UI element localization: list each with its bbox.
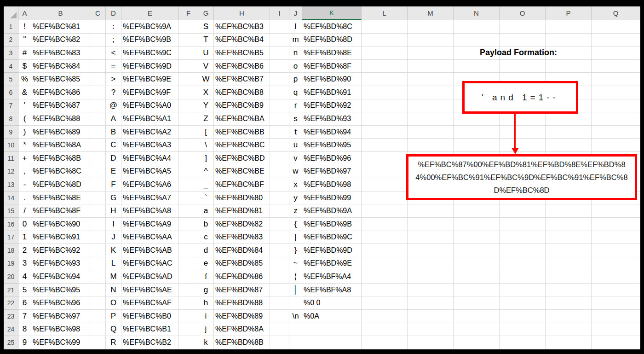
cell-B17[interactable]: %EF%BC%91 (31, 231, 90, 244)
cell-C2[interactable] (90, 34, 106, 47)
cell-H24[interactable]: %EF%BD%8A (214, 323, 270, 337)
cell-H3[interactable]: %EF%BC%B5 (214, 46, 270, 60)
cell-P23[interactable] (546, 310, 592, 323)
cell-L8[interactable] (362, 112, 408, 126)
cell-I7[interactable] (270, 99, 289, 113)
cell-P9[interactable] (546, 126, 592, 139)
cell-F18[interactable] (179, 244, 198, 257)
cell-E1[interactable]: %EF%BC%9A (121, 20, 179, 34)
cell-B25[interactable]: %EF%BC%99 (31, 336, 90, 349)
cell-B24[interactable]: %EF%BC%98 (31, 323, 90, 337)
cell-O9[interactable] (500, 126, 546, 139)
cell-D14[interactable]: G (106, 192, 121, 205)
cell-D13[interactable]: F (106, 178, 121, 192)
cell-J25[interactable] (289, 336, 302, 349)
cell-C16[interactable] (90, 218, 106, 231)
cell-I6[interactable] (270, 86, 289, 99)
cell-F2[interactable] (179, 34, 198, 47)
cell-I1[interactable] (270, 20, 289, 34)
cell-H13[interactable]: %EF%BC%BF (214, 178, 270, 192)
cell-M5[interactable] (408, 73, 454, 86)
cell-M25[interactable] (408, 336, 454, 349)
cell-M21[interactable] (408, 284, 454, 297)
cell-F21[interactable] (179, 284, 198, 297)
cell-A23[interactable]: 7 (18, 310, 31, 323)
cell-P8[interactable] (546, 112, 592, 126)
cell-P24[interactable] (546, 323, 592, 337)
cell-K17[interactable]: %EF%BD%9C (302, 231, 362, 244)
cell-E4[interactable]: %EF%BC%9D (121, 60, 179, 73)
cell-I5[interactable] (270, 73, 289, 86)
cell-A25[interactable]: 9 (18, 336, 31, 349)
cell-H17[interactable]: %EF%BD%83 (214, 231, 270, 244)
cell-H14[interactable]: %EF%BD%80 (214, 192, 270, 205)
cell-O4[interactable] (500, 60, 546, 73)
cell-E2[interactable]: %EF%BC%9B (121, 34, 179, 47)
cell-M8[interactable] (408, 112, 454, 126)
cell-G17[interactable]: c (198, 231, 214, 244)
cell-L21[interactable] (362, 284, 408, 297)
cell-H12[interactable]: %EF%BC%BE (214, 165, 270, 179)
cell-G7[interactable]: Y (198, 99, 214, 113)
cell-Q8[interactable] (592, 112, 640, 126)
cell-C5[interactable] (90, 73, 106, 86)
cell-K24[interactable] (302, 323, 362, 337)
cell-C23[interactable] (90, 310, 106, 323)
cell-D22[interactable]: O (106, 296, 121, 310)
cell-G16[interactable]: b (198, 218, 214, 231)
cell-A18[interactable]: 2 (18, 244, 31, 257)
cell-C20[interactable] (90, 270, 106, 284)
cell-L25[interactable] (362, 336, 408, 349)
cell-A20[interactable]: 4 (18, 270, 31, 284)
cell-B10[interactable]: %EF%BC%8A (31, 139, 90, 152)
cell-K4[interactable]: %EF%BD%8F (302, 60, 362, 73)
cell-A2[interactable]: " (18, 34, 31, 47)
cell-O20[interactable] (500, 270, 546, 284)
cell-K18[interactable]: %EF%BD%9D (302, 244, 362, 257)
cell-E21[interactable]: %EF%BC%AE (121, 284, 179, 297)
cell-Q4[interactable] (592, 60, 640, 73)
cell-Q16[interactable] (592, 218, 640, 231)
cell-Q18[interactable] (592, 244, 640, 257)
column-header-i[interactable]: I (270, 6, 289, 20)
cell-H4[interactable]: %EF%BC%B6 (214, 60, 270, 73)
cell-M9[interactable] (408, 126, 454, 139)
row-header-2[interactable]: 2 (4, 34, 18, 47)
cell-P1[interactable] (546, 20, 592, 34)
cell-G15[interactable]: a (198, 204, 214, 218)
cell-P10[interactable] (546, 139, 592, 152)
cell-G25[interactable]: k (198, 336, 214, 349)
cell-Q2[interactable] (592, 34, 640, 47)
cell-B1[interactable]: %EF%BC%81 (31, 20, 90, 34)
row-header-6[interactable]: 6 (4, 86, 18, 99)
cell-L13[interactable] (362, 178, 408, 192)
cell-B16[interactable]: %EF%BC%90 (31, 218, 90, 231)
cell-F23[interactable] (179, 310, 198, 323)
cell-A3[interactable]: # (18, 46, 31, 60)
cell-I25[interactable] (270, 336, 289, 349)
cell-I13[interactable] (270, 178, 289, 192)
cell-D10[interactable]: C (106, 139, 121, 152)
cell-M24[interactable] (408, 323, 454, 337)
cell-F7[interactable] (179, 99, 198, 113)
cell-G13[interactable]: _ (198, 178, 214, 192)
cell-H1[interactable]: %EF%BC%B3 (214, 20, 270, 34)
cell-K15[interactable]: %EF%BD%9A (302, 204, 362, 218)
cell-P20[interactable] (546, 270, 592, 284)
cell-P16[interactable] (546, 218, 592, 231)
cell-L2[interactable] (362, 34, 408, 47)
cell-Q22[interactable] (592, 296, 640, 310)
cell-N17[interactable] (454, 231, 500, 244)
column-header-k[interactable]: K (302, 6, 362, 20)
cell-K19[interactable]: %EF%BD%9E (302, 257, 362, 271)
cell-J2[interactable]: m (289, 34, 302, 47)
cell-B20[interactable]: %EF%BC%94 (31, 270, 90, 284)
row-header-8[interactable]: 8 (4, 112, 18, 126)
cell-Q9[interactable] (592, 126, 640, 139)
cell-H20[interactable]: %EF%BD%86 (214, 270, 270, 284)
cell-F24[interactable] (179, 323, 198, 337)
cell-E12[interactable]: %EF%BC%A5 (121, 165, 179, 179)
cell-P4[interactable] (546, 60, 592, 73)
cell-E10[interactable]: %EF%BC%A3 (121, 139, 179, 152)
cell-L19[interactable] (362, 257, 408, 271)
